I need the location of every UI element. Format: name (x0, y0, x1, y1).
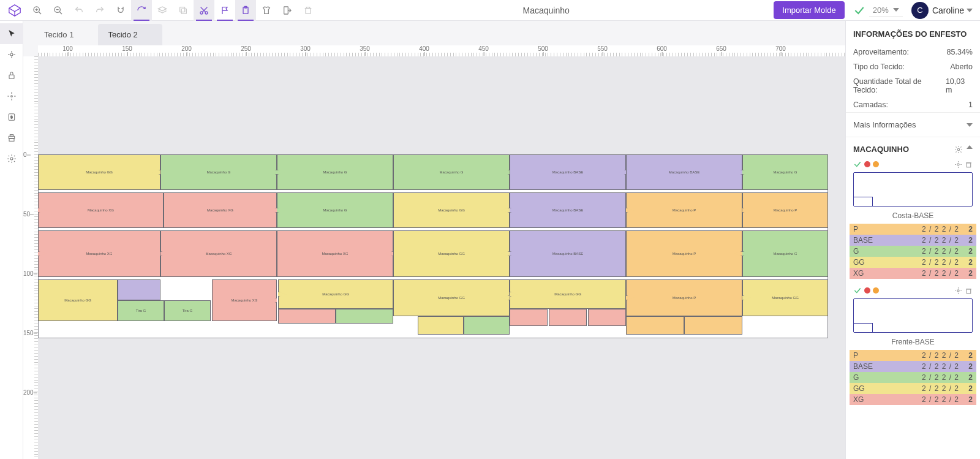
tool-price-icon[interactable]: $ (0, 107, 23, 127)
pattern-piece[interactable]: Macaquinho G (277, 154, 393, 190)
piece-check-icon[interactable] (853, 286, 862, 295)
pattern-piece[interactable]: Macaquinho P (626, 279, 742, 316)
size-row[interactable]: G2 / 2 2 / 22 (850, 246, 976, 257)
pattern-piece[interactable]: Macaquinho P (626, 192, 742, 228)
pattern-piece[interactable]: Macaquinho GG (742, 279, 828, 316)
pattern-piece[interactable]: Macaquinho BASE (510, 230, 626, 277)
redo-icon[interactable] (89, 0, 110, 21)
tab-tecido-2[interactable]: Tecido 2 (98, 24, 162, 45)
piece-check-icon[interactable] (853, 160, 862, 169)
pattern-piece[interactable]: Macaquinho G (742, 230, 828, 277)
exit-icon[interactable] (277, 0, 298, 21)
gear-icon[interactable] (954, 145, 963, 154)
ruler-h-tick: 400 (419, 45, 429, 52)
flag-icon[interactable] (214, 0, 235, 21)
pattern-piece[interactable]: Tira G (164, 300, 211, 321)
piece-gear-icon[interactable] (954, 161, 962, 169)
tab-tecido-1[interactable]: Tecido 1 (34, 24, 98, 45)
piece-thumbnail[interactable] (853, 298, 973, 333)
ruler-h-tick: 150 (122, 45, 132, 52)
size-row[interactable]: GG2 / 2 2 / 22 (850, 383, 976, 394)
pattern-piece[interactable]: Macaquinho GG (278, 279, 393, 309)
pattern-piece[interactable] (626, 316, 684, 335)
rp-more-info[interactable]: Mais Informações (846, 112, 980, 137)
pattern-piece[interactable] (278, 309, 336, 324)
zoom-select[interactable]: 20% (869, 4, 903, 17)
trash-icon[interactable] (298, 0, 318, 21)
size-row[interactable]: BASE2 / 2 2 / 22 (850, 361, 976, 372)
rp-info-row: Quantidade Total de Tecido:10,03 m (846, 74, 980, 97)
pattern-piece[interactable] (684, 316, 742, 335)
piece-gear-icon[interactable] (954, 287, 962, 295)
pattern-piece[interactable] (418, 316, 464, 335)
pattern-piece[interactable] (118, 279, 160, 300)
piece-thumbnail[interactable] (853, 172, 973, 207)
check-icon[interactable] (853, 4, 865, 17)
piece-dot-red[interactable] (864, 161, 870, 167)
pattern-piece[interactable]: Macaquinho XG (38, 230, 160, 277)
tool-select-icon[interactable] (0, 23, 23, 44)
refresh-icon[interactable] (131, 0, 152, 21)
pattern-piece[interactable]: Macaquinho G (393, 154, 510, 190)
stage[interactable]: Macaquinho GGMacaquinho GMacaquinho GMac… (38, 56, 845, 459)
size-row[interactable]: XG2 / 2 2 / 22 (850, 268, 976, 279)
layers-icon[interactable] (152, 0, 173, 21)
cut-icon[interactable] (194, 0, 214, 21)
pattern-piece[interactable] (464, 316, 510, 335)
pattern-piece[interactable]: Macaquinho P (742, 192, 828, 228)
pattern-piece[interactable]: Macaquinho G (277, 192, 393, 228)
pattern-piece[interactable]: Macaquinho GG (393, 279, 510, 316)
size-row[interactable]: P2 / 2 2 / 22 (850, 224, 976, 235)
pattern-piece[interactable]: Macaquinho GG (38, 154, 160, 190)
pattern-piece[interactable]: Macaquinho XG (164, 192, 277, 228)
pattern-piece[interactable]: Macaquinho XG (160, 230, 277, 277)
import-mold-button[interactable]: Importar Molde (774, 1, 844, 19)
pattern-piece[interactable]: Macaquinho GG (38, 279, 118, 321)
pattern-piece[interactable]: Macaquinho G (742, 154, 828, 190)
pattern-piece[interactable] (588, 309, 626, 326)
tool-anchor-icon[interactable] (0, 86, 23, 107)
undo-icon[interactable] (69, 0, 89, 21)
ruler-h-tick: 450 (478, 45, 489, 52)
pattern-piece[interactable]: Macaquinho BASE (510, 154, 626, 190)
piece-dot-orange[interactable] (873, 287, 879, 294)
collapse-icon[interactable] (967, 145, 973, 149)
zoom-in-icon[interactable] (27, 0, 48, 21)
pattern-piece[interactable]: Macaquinho BASE (626, 154, 742, 190)
pattern-piece[interactable]: Macaquinho GG (510, 279, 626, 309)
pattern-piece[interactable]: Macaquinho G (160, 154, 277, 190)
pattern-piece[interactable]: Macaquinho XG (38, 192, 164, 228)
size-row[interactable]: G2 / 2 2 / 22 (850, 372, 976, 383)
magnet-icon[interactable] (110, 0, 131, 21)
copy-icon[interactable] (173, 0, 194, 21)
pattern-piece[interactable]: Macaquinho XG (277, 230, 393, 277)
piece-trash-icon[interactable] (965, 287, 973, 295)
tool-print-icon[interactable] (0, 127, 23, 148)
tool-lock-icon[interactable] (0, 65, 23, 86)
size-row[interactable]: P2 / 2 2 / 22 (850, 350, 976, 361)
tool-settings-icon[interactable] (0, 148, 23, 169)
pattern-piece[interactable]: Macaquinho BASE (510, 192, 626, 228)
piece-dot-red[interactable] (864, 287, 870, 294)
rp-project-header[interactable]: MACAQUINHO (846, 137, 980, 159)
size-row[interactable]: XG2 / 2 2 / 22 (850, 394, 976, 405)
svg-point-24 (10, 53, 13, 56)
piece-dot-orange[interactable] (873, 161, 879, 167)
size-row[interactable]: GG2 / 2 2 / 22 (850, 257, 976, 268)
piece-trash-icon[interactable] (965, 161, 973, 169)
pattern-piece[interactable] (510, 309, 548, 326)
size-row[interactable]: BASE2 / 2 2 / 22 (850, 235, 976, 246)
shirt-icon[interactable] (256, 0, 277, 21)
zoom-out-icon[interactable] (48, 0, 69, 21)
canvas[interactable]: 100150200250300350400450500550600650700 … (23, 45, 845, 459)
pattern-piece[interactable]: Macaquinho XG (212, 279, 277, 321)
pattern-piece[interactable]: Macaquinho P (626, 230, 742, 277)
pattern-piece[interactable]: Macaquinho GG (393, 192, 510, 228)
pattern-piece[interactable] (336, 309, 393, 324)
pattern-piece[interactable] (549, 309, 587, 326)
user-menu[interactable]: C Caroline (911, 2, 973, 19)
tool-rotate-icon[interactable] (0, 44, 23, 65)
clipboard-icon[interactable] (235, 0, 256, 21)
pattern-piece[interactable]: Tira G (118, 300, 164, 321)
pattern-piece[interactable]: Macaquinho GG (393, 230, 510, 277)
